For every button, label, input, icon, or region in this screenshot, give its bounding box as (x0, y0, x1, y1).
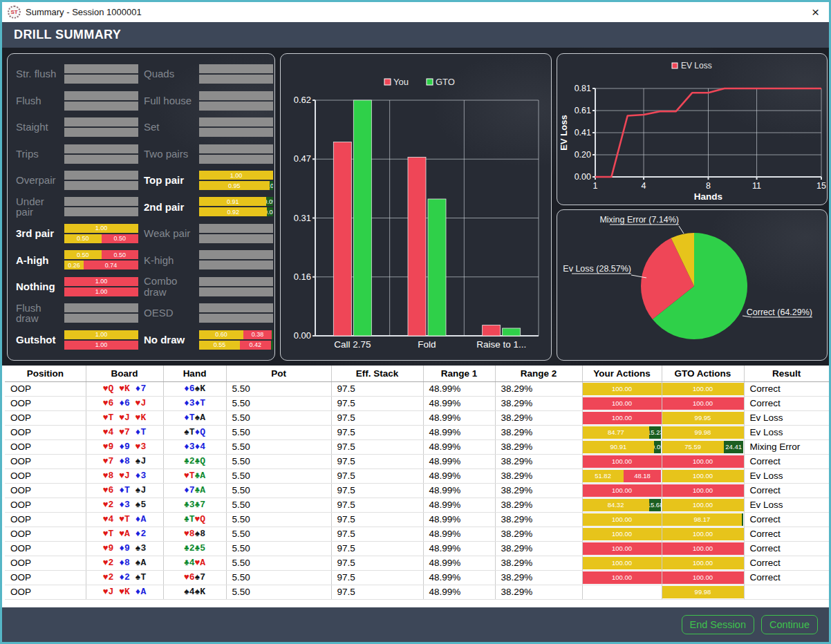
card: ♦T (136, 427, 147, 437)
category-bar (199, 303, 273, 312)
table-row[interactable]: OOP♥2 ♦2 ♠T♥6♠75.5097.548.99%38.29%100.0… (5, 570, 829, 585)
table-row[interactable]: OOP♥8 ♥J ♦3♥T♣A5.5097.548.99%38.29%51.82… (5, 468, 829, 483)
bar-gto-1 (428, 199, 446, 336)
action-segment: 100.00 (583, 484, 662, 497)
column-header: Board (86, 366, 163, 381)
action-bar: 100.00 (662, 557, 744, 569)
table-row[interactable]: OOP♥T ♥A ♦2♥8♠85.5097.548.99%38.29%100.0… (5, 527, 829, 541)
category-label: Set (144, 122, 194, 133)
category-bar: 0.950.05 (199, 181, 273, 190)
action-segment: 15.68 (649, 499, 662, 511)
action-bar: 100.00 (583, 557, 662, 569)
action-bar: 100.00 (662, 542, 744, 555)
svg-text:Fold: Fold (418, 339, 436, 350)
table-row[interactable]: OOP♥J ♥K ♦A♠4♠K5.5097.548.99%38.29%99.98 (5, 585, 829, 599)
result-pie-chart: Correct (64.29%)Ev Loss (28.57%)Mixing E… (557, 210, 827, 360)
card: ♥K (136, 413, 147, 423)
category-bar-segment (64, 117, 138, 126)
action-bar: 90.919.09 (583, 441, 662, 453)
card: ♠3 (136, 543, 147, 553)
category-label: Top pair (144, 175, 194, 186)
table-row[interactable]: OOP♥2 ♦8 ♠A♣4♥A5.5097.548.99%38.29%100.0… (5, 556, 829, 570)
action-segment: 100.00 (662, 528, 744, 540)
card: ♦Q (195, 427, 206, 437)
continue-button[interactable]: Continue (761, 615, 818, 634)
title-bar: ST Summary - Session 1000001 × (2, 2, 829, 22)
action-bar: 100.00 (583, 484, 662, 497)
dashboard: Str. flushQuadsFlushFull houseStaightSet… (2, 48, 829, 366)
svg-text:1: 1 (593, 181, 598, 191)
card: ♦9 (119, 543, 130, 553)
end-session-button[interactable]: End Session (682, 615, 754, 634)
category-bar: 0.920.08 (199, 207, 273, 216)
action-bar: 100.00 (662, 470, 744, 482)
action-bar: 99.98 (662, 586, 744, 598)
card: ♥2 (103, 558, 114, 568)
card: ♦8 (119, 558, 130, 568)
category-bar-segment (64, 64, 138, 73)
category-bar (64, 303, 138, 312)
category-bar-segment (199, 303, 273, 312)
card: ♥3 (136, 442, 147, 452)
card: ♠K (195, 383, 206, 394)
category-bars (199, 117, 273, 137)
category-bar-segment (199, 64, 273, 73)
category-bars: 0.600.380.550.42 (199, 330, 273, 350)
card: ♠7 (195, 572, 206, 583)
card: ♦T (184, 413, 195, 423)
table-row[interactable]: OOP♥T ♥J ♥K♦T♠A5.5097.548.99%38.29%100.0… (5, 410, 829, 425)
action-segment: 99.98 (662, 426, 744, 439)
category-label: No draw (144, 334, 194, 345)
category-bar: 0.550.42 (199, 341, 273, 350)
table-row[interactable]: OOP♥2 ♦3 ♠5♣3♣75.5097.548.99%38.29%84.32… (5, 498, 829, 512)
action-bar: 100.00 (583, 513, 662, 526)
table-row[interactable]: OOP♥7 ♦8 ♠J♣2♣Q5.5097.548.99%38.29%100.0… (5, 454, 829, 468)
category-bar (199, 64, 273, 73)
category-bars (199, 277, 273, 296)
bar-you-0 (333, 142, 351, 337)
action-segment: 75.59 (662, 441, 724, 453)
table-row[interactable]: OOP♥6 ♦6 ♥J♦3♦T5.5097.548.99%38.29%100.0… (5, 396, 829, 410)
category-bars (64, 91, 138, 111)
table-row[interactable]: OOP♥Q ♥K ♦7♦6♠K5.5097.548.99%38.29%100.0… (5, 381, 829, 396)
category-bar (64, 197, 138, 206)
category-bar-segment (199, 314, 273, 323)
category-label: 2nd pair (144, 202, 194, 213)
action-segment: 48.18 (624, 470, 662, 482)
action-bar: 100.00 (583, 542, 662, 555)
card: ♥T (184, 471, 195, 481)
category-label: Full house (144, 95, 194, 106)
card: ♦3 (184, 398, 195, 408)
category-bars (64, 64, 138, 84)
svg-text:EV Loss: EV Loss (559, 115, 569, 150)
category-bar-segment: 0.50 (102, 234, 139, 243)
card: ♠J (136, 485, 147, 495)
card: ♥9 (103, 543, 114, 553)
ev-loss-line-chart-panel: EV Loss0.000.200.410.610.811481115EV Los… (557, 53, 828, 205)
column-header: Position (5, 366, 86, 381)
category-bar: 0.500.50 (64, 250, 138, 259)
table-row[interactable]: OOP♥4 ♥T ♦A♣T♥Q5.5097.548.99%38.29%100.0… (5, 512, 829, 527)
action-segment: 100.00 (583, 513, 662, 526)
action-segment: 100.00 (662, 383, 744, 395)
table-row[interactable]: OOP♥4 ♥7 ♦T♠T♦Q5.5097.548.99%38.29%84.77… (5, 425, 829, 439)
category-bar-segment (64, 207, 138, 216)
category-bar-segment: 0.50 (64, 250, 102, 259)
table-row[interactable]: OOP♥9 ♦9 ♠3♣2♣55.5097.548.99%38.29%100.0… (5, 541, 829, 556)
action-bar: 100.00 (662, 397, 744, 410)
category-label: Weak pair (144, 228, 194, 239)
category-bar-segment: 0.05 (270, 181, 273, 190)
category-bars: 1.001.00 (64, 277, 138, 296)
category-bar: 0.260.74 (64, 261, 138, 269)
close-icon[interactable]: × (809, 6, 822, 19)
category-bar-segment: 0.50 (102, 250, 139, 259)
category-bar-segment (64, 75, 138, 84)
column-header: Hand (163, 366, 226, 381)
category-label: Staight (16, 122, 59, 133)
card: ♥2 (103, 572, 114, 583)
table-row[interactable]: OOP♥9 ♦9 ♥3♦3♦45.5097.548.99%38.29%90.91… (5, 439, 829, 454)
action-bar: 100.00 (583, 455, 662, 468)
table-row[interactable]: OOP♥6 ♦T ♠J♦7♣A5.5097.548.99%38.29%100.0… (5, 483, 829, 498)
action-bar: 100.00 (583, 383, 662, 395)
card: ♦3 (184, 442, 195, 452)
